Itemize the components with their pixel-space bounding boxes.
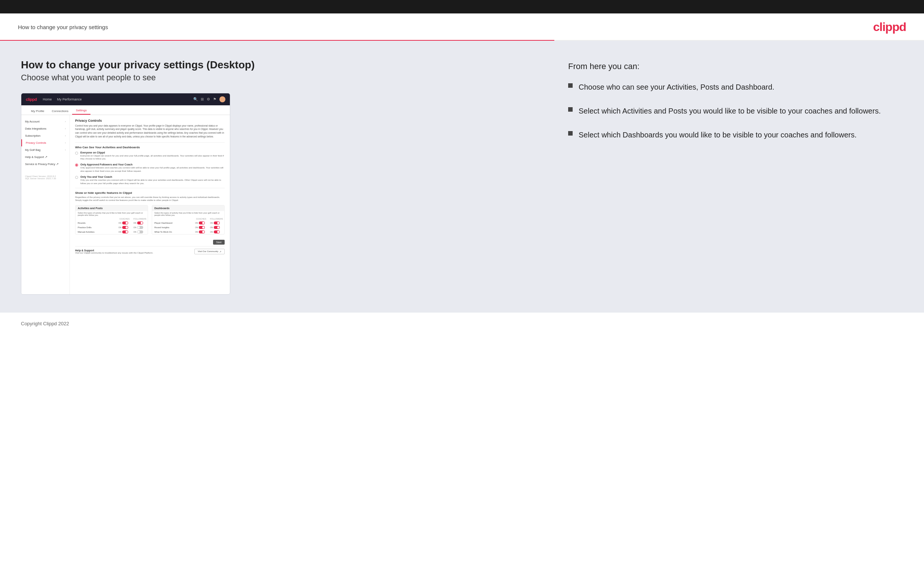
left-column: How to change your privacy settings (Des… bbox=[21, 59, 547, 295]
privacy-controls-desc: Control how you and your data appears to… bbox=[75, 124, 225, 139]
sidebar-item-account[interactable]: My Account › bbox=[21, 118, 69, 125]
drills-coaches-toggle[interactable]: ON bbox=[118, 226, 131, 229]
app-sidebar: My Account › Data Integrations › Subscri… bbox=[21, 115, 70, 294]
radio-followers-coach[interactable]: Only Approved Followers and Your Coach O… bbox=[75, 163, 225, 172]
grid-icon: ⊞ bbox=[201, 97, 204, 101]
logo: clippd bbox=[873, 20, 906, 34]
settings-icon: ⚙ bbox=[207, 97, 210, 101]
chevron-right-icon: › bbox=[65, 148, 66, 151]
app-tabs: My Profile Connections Settings bbox=[21, 105, 230, 115]
sidebar-item-data-integrations[interactable]: Data Integrations › bbox=[21, 125, 69, 132]
header: How to change your privacy settings clip… bbox=[0, 13, 924, 40]
app-nav-home: Home bbox=[43, 97, 52, 101]
row-rounds: Rounds ON ON bbox=[76, 221, 148, 225]
app-logo: clippd bbox=[26, 97, 37, 102]
app-body: My Account › Data Integrations › Subscri… bbox=[21, 115, 230, 294]
save-button[interactable]: Save bbox=[213, 240, 225, 245]
main-content: How to change your privacy settings (Des… bbox=[0, 41, 924, 313]
bullet-text-2: Select which Activities and Posts you wo… bbox=[578, 106, 880, 116]
external-link-icon: ↗ bbox=[220, 250, 221, 253]
show-hide-title: Show or hide specific features in Clippd bbox=[75, 191, 225, 195]
radio-you-coach[interactable]: Only You and Your Coach Only you and the… bbox=[75, 176, 225, 185]
tab-my-profile[interactable]: My Profile bbox=[27, 110, 48, 114]
dashboards-table: Dashboards Select the types of activity … bbox=[152, 205, 225, 235]
dashboards-header: Dashboards bbox=[152, 205, 224, 211]
header-title: How to change your privacy settings bbox=[18, 24, 108, 30]
bullet-list: Choose who can see your Activities, Post… bbox=[568, 82, 903, 140]
show-hide-desc: Regardless of the privacy controls that … bbox=[75, 196, 225, 202]
visit-community-button[interactable]: Visit Our Community ↗ bbox=[194, 249, 225, 254]
privacy-controls-title: Privacy Controls bbox=[75, 119, 225, 122]
right-column: From here you can: Choose who can see yo… bbox=[568, 59, 903, 295]
radio-circle-everyone bbox=[75, 152, 78, 155]
row-round-insights: Round Insights ON ON bbox=[152, 225, 224, 230]
sidebar-item-help[interactable]: Help & Support ↗ bbox=[21, 153, 69, 161]
chevron-right-icon: › bbox=[65, 142, 66, 144]
copyright: Copyright Clippd 2022 bbox=[21, 321, 69, 326]
sidebar-item-privacy-policy[interactable]: Service & Privacy Policy ↗ bbox=[21, 161, 69, 168]
app-nav-links: Home My Performance bbox=[43, 97, 81, 101]
sidebar-item-subscription[interactable]: Subscription › bbox=[21, 132, 69, 139]
workOn-followers-toggle[interactable]: ON bbox=[210, 230, 222, 234]
player-coaches-toggle[interactable]: ON bbox=[195, 221, 207, 224]
sidebar-item-golf-bag[interactable]: My Golf Bag › bbox=[21, 147, 69, 153]
from-here-title: From here you can: bbox=[568, 61, 903, 71]
top-bar bbox=[0, 0, 924, 13]
tab-connections[interactable]: Connections bbox=[48, 110, 72, 114]
search-icon: 🔍 bbox=[193, 97, 198, 101]
chevron-right-icon: › bbox=[65, 134, 66, 137]
row-manual-activities: Manual Activities ON ON bbox=[76, 230, 148, 234]
activities-posts-table: Activities and Posts Select the types of… bbox=[75, 205, 148, 235]
bullet-square bbox=[568, 83, 573, 88]
dashboards-desc: Select the types of activity that you'd … bbox=[152, 211, 224, 218]
footer: Copyright Clippd 2022 bbox=[0, 313, 924, 334]
radio-circle-followers bbox=[75, 164, 78, 166]
tab-settings[interactable]: Settings bbox=[72, 109, 90, 114]
bullet-item-3: Select which Dashboards you would like t… bbox=[568, 130, 903, 140]
activities-col-headers: COACHES FOLLOWERS bbox=[76, 218, 148, 220]
radio-circle-you-coach bbox=[75, 176, 78, 179]
who-can-see-title: Who Can See Your Activities and Dashboar… bbox=[75, 146, 225, 149]
drills-followers-toggle[interactable]: ON bbox=[133, 226, 145, 229]
bullet-square bbox=[568, 131, 573, 135]
feature-tables: Activities and Posts Select the types of… bbox=[75, 205, 225, 235]
help-section: Help & Support Visit our Clippd communit… bbox=[75, 246, 225, 256]
radio-everyone[interactable]: Everyone on Clippd Everyone on Clippd ca… bbox=[75, 151, 225, 161]
sidebar-item-privacy-controls[interactable]: Privacy Controls › bbox=[21, 139, 69, 147]
insights-coaches-toggle[interactable]: ON bbox=[195, 226, 207, 229]
activities-posts-header: Activities and Posts bbox=[76, 205, 148, 211]
app-main-content: Privacy Controls Control how you and you… bbox=[70, 115, 230, 294]
rounds-coaches-toggle[interactable]: ON bbox=[118, 221, 131, 224]
flag-icon: ⚑ bbox=[213, 97, 216, 101]
page-heading: How to change your privacy settings (Des… bbox=[21, 59, 547, 71]
bullet-text-1: Choose who can see your Activities, Post… bbox=[578, 82, 774, 92]
bullet-item-2: Select which Activities and Posts you wo… bbox=[568, 106, 903, 116]
page-subheading: Choose what you want people to see bbox=[21, 73, 547, 82]
row-practice-drills: Practice Drills ON ON bbox=[76, 225, 148, 230]
chevron-right-icon: › bbox=[65, 127, 66, 130]
bullet-text-3: Select which Dashboards you would like t… bbox=[578, 130, 857, 140]
player-followers-toggle[interactable]: ON bbox=[210, 221, 222, 224]
save-row: Save bbox=[75, 238, 225, 246]
chevron-right-icon: › bbox=[65, 120, 66, 123]
manual-coaches-toggle[interactable]: ON bbox=[118, 230, 131, 234]
insights-followers-toggle[interactable]: ON bbox=[210, 226, 222, 229]
app-nav-icons: 🔍 ⊞ ⚙ ⚑ bbox=[193, 96, 225, 102]
help-desc: Visit our Clippd community to troublesho… bbox=[75, 252, 153, 254]
sidebar-version: Clippd Client Version: 2022.8.2SQL Serve… bbox=[21, 172, 69, 183]
avatar bbox=[220, 96, 225, 102]
app-screenshot: clippd Home My Performance 🔍 ⊞ ⚙ ⚑ My Pr… bbox=[21, 93, 230, 295]
divider bbox=[75, 142, 225, 143]
row-player-dashboard: Player Dashboard ON ON bbox=[152, 221, 224, 225]
activities-posts-desc: Select the types of activity that you'd … bbox=[76, 211, 148, 218]
app-nav-performance: My Performance bbox=[57, 97, 81, 101]
dashboards-col-headers: COACHES FOLLOWERS bbox=[152, 218, 224, 220]
row-what-to-work-on: What To Work On ON ON bbox=[152, 230, 224, 234]
bullet-item-1: Choose who can see your Activities, Post… bbox=[568, 82, 903, 92]
rounds-followers-toggle[interactable]: ON bbox=[133, 221, 145, 224]
bullet-square bbox=[568, 107, 573, 112]
manual-followers-toggle[interactable]: ON bbox=[133, 230, 145, 234]
divider2 bbox=[75, 188, 225, 188]
help-title: Help & Support bbox=[75, 249, 153, 252]
workOn-coaches-toggle[interactable]: ON bbox=[195, 230, 207, 234]
